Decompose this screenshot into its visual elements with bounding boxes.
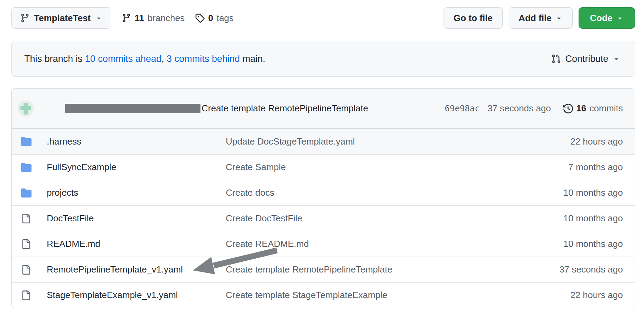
chevron-down-icon xyxy=(555,14,563,22)
commit-message-link[interactable]: Create README.md xyxy=(226,239,540,249)
code-label: Code xyxy=(590,13,612,24)
row-icon-cell xyxy=(21,239,32,249)
row-icon-cell xyxy=(21,188,32,198)
branch-status-suffix: main. xyxy=(240,54,266,64)
toolbar-right: Go to file Add file Code xyxy=(444,7,635,29)
chevron-down-icon xyxy=(95,14,102,22)
row-icon-cell xyxy=(21,136,32,147)
table-row: RemotePipelineTemplate_v1.yaml Create te… xyxy=(12,257,635,282)
commit-time-link[interactable]: 10 months ago xyxy=(540,213,623,224)
go-to-file-label: Go to file xyxy=(454,13,493,24)
commits-count: 16 xyxy=(576,103,586,114)
commit-hash-link[interactable]: 69e98ac xyxy=(445,104,480,113)
file-name-link[interactable]: README.md xyxy=(47,239,226,249)
tags-link[interactable]: 0 tags xyxy=(195,13,234,24)
commit-message-link[interactable]: Create Sample xyxy=(226,162,540,173)
chevron-down-icon xyxy=(612,55,620,63)
branch-status-banner: This branch is 10 commits ahead, 3 commi… xyxy=(11,41,635,77)
row-icon-cell xyxy=(21,162,32,173)
contribute-button[interactable]: Contribute xyxy=(549,53,622,65)
latest-commit-meta: 69e98ac 37 seconds ago 16 commits xyxy=(445,103,623,114)
commit-history-link[interactable]: 16 commits xyxy=(563,103,623,114)
commit-message-link[interactable]: Create docs xyxy=(226,187,540,198)
table-row: README.md Create README.md 10 months ago xyxy=(12,231,635,257)
chevron-down-icon xyxy=(616,14,624,22)
file-name-link[interactable]: .harness xyxy=(47,136,226,147)
row-icon-cell xyxy=(21,214,32,223)
commits-label: commits xyxy=(589,103,623,114)
go-to-file-button[interactable]: Go to file xyxy=(444,7,503,29)
latest-commit-header: Create template RemotePipelineTemplate 6… xyxy=(12,89,635,129)
commits-ahead-link[interactable]: 10 commits ahead xyxy=(85,54,162,64)
add-file-label: Add file xyxy=(519,13,552,24)
avatar[interactable] xyxy=(18,101,34,117)
branches-count: 11 xyxy=(135,13,144,24)
commit-time-link[interactable]: 10 months ago xyxy=(540,187,623,198)
row-icon-cell xyxy=(21,290,32,300)
commit-time-link[interactable]: 22 hours ago xyxy=(540,290,623,301)
branches-label: branches xyxy=(147,13,185,24)
git-branch-icon xyxy=(20,13,30,23)
branch-selector-button[interactable]: TemplateTest xyxy=(11,7,111,29)
table-row: FullSyncExample Create Sample 7 months a… xyxy=(12,154,635,180)
commit-time: 37 seconds ago xyxy=(488,103,551,114)
file-name-link[interactable]: DocTestFile xyxy=(47,213,226,224)
commit-message-link[interactable]: Create template StageTemplateExample xyxy=(226,290,540,301)
file-name-link[interactable]: RemotePipelineTemplate_v1.yaml xyxy=(47,264,226,275)
table-row: projects Create docs 10 months ago xyxy=(12,180,635,205)
folder-icon xyxy=(21,136,32,147)
add-file-button[interactable]: Add file xyxy=(509,7,573,29)
git-branch-icon xyxy=(122,13,131,23)
commit-message-link[interactable]: Create template RemotePipelineTemplate xyxy=(226,264,540,275)
current-branch-label: TemplateTest xyxy=(34,13,91,24)
identicon xyxy=(18,101,34,117)
branch-status-prefix: This branch is xyxy=(24,54,85,64)
commit-message-link[interactable]: Update DocStageTemplate.yaml xyxy=(226,136,540,147)
git-compare-icon xyxy=(551,54,561,64)
history-icon xyxy=(563,104,573,113)
toolbar-left: TemplateTest 11 branches 0 tags xyxy=(11,7,234,29)
row-icon-cell xyxy=(21,265,32,275)
tag-icon xyxy=(195,13,205,23)
repo-toolbar: TemplateTest 11 branches 0 tags Go to fi… xyxy=(0,0,644,29)
file-icon xyxy=(21,239,31,249)
file-name-link[interactable]: FullSyncExample xyxy=(47,162,226,173)
branch-status-text: This branch is 10 commits ahead, 3 commi… xyxy=(24,54,265,64)
folder-icon xyxy=(21,162,32,173)
commit-time-link[interactable]: 10 months ago xyxy=(540,239,623,249)
commit-time-link[interactable]: 37 seconds ago xyxy=(540,264,623,275)
file-name-link[interactable]: projects xyxy=(47,187,226,198)
latest-commit-message-link[interactable]: Create template RemotePipelineTemplate xyxy=(202,103,368,114)
file-icon xyxy=(21,214,31,223)
file-rows: .harness Update DocStageTemplate.yaml 22… xyxy=(12,129,635,308)
branches-link[interactable]: 11 branches xyxy=(122,13,185,24)
folder-icon xyxy=(21,188,32,198)
contribute-label: Contribute xyxy=(565,54,608,64)
code-button[interactable]: Code xyxy=(579,7,635,29)
file-table: Create template RemotePipelineTemplate 6… xyxy=(11,88,635,308)
table-row: StageTemplateExample_v1.yaml Create temp… xyxy=(12,282,635,308)
file-name-link[interactable]: StageTemplateExample_v1.yaml xyxy=(47,290,226,301)
tags-count: 0 xyxy=(208,13,213,24)
tags-label: tags xyxy=(217,13,234,24)
branch-status-separator: , xyxy=(161,54,167,64)
commit-time-link[interactable]: 22 hours ago xyxy=(540,136,623,147)
commit-time-link[interactable]: 7 months ago xyxy=(540,162,623,173)
table-row: DocTestFile Create DocTestFile 10 months… xyxy=(12,205,635,231)
table-row: .harness Update DocStageTemplate.yaml 22… xyxy=(12,129,635,154)
commit-message-link[interactable]: Create DocTestFile xyxy=(226,213,540,224)
author-name-redaction xyxy=(65,104,200,113)
file-icon xyxy=(21,290,31,300)
commits-behind-link[interactable]: 3 commits behind xyxy=(167,54,240,64)
file-icon xyxy=(21,265,31,275)
